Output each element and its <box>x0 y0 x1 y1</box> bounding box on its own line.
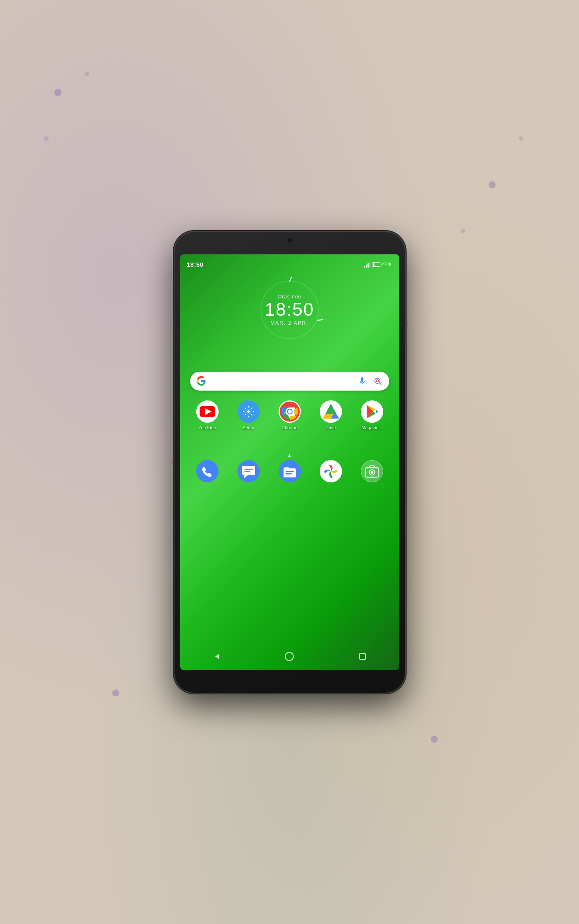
chrome-icon <box>279 400 301 423</box>
microphone-svg <box>358 377 367 386</box>
drive-svg <box>320 400 342 423</box>
playstore-icon <box>361 400 383 423</box>
back-button[interactable] <box>208 648 225 665</box>
camera-svg <box>361 460 383 482</box>
app-drive[interactable]: Drive <box>316 400 346 430</box>
back-icon <box>212 652 221 661</box>
app-chrome[interactable]: Chrome <box>275 400 305 430</box>
svg-rect-35 <box>284 467 289 470</box>
clock-widget: Oraș nou 18:50 MAR. 2 APR. <box>257 277 323 343</box>
svg-rect-38 <box>286 475 291 475</box>
clock-city: Oraș nou <box>265 294 314 300</box>
battery-icon: 27 % <box>372 262 392 268</box>
voice-icon[interactable] <box>356 375 368 387</box>
status-bar: 18:50 27 % <box>180 258 399 271</box>
youtube-svg <box>196 400 219 423</box>
home-circle-icon <box>285 652 294 661</box>
youtube-icon <box>196 400 219 423</box>
settings-icon <box>237 400 260 423</box>
status-icons: 27 % <box>364 262 392 268</box>
app-youtube[interactable]: YouTube <box>193 400 222 430</box>
lens-icon[interactable] <box>372 375 384 387</box>
clock-arc: Oraș nou 18:50 MAR. 2 APR. <box>257 277 323 343</box>
playstore-label: Magazin... <box>361 425 382 430</box>
clock-inner: Oraș nou 18:50 MAR. 2 APR. <box>265 294 314 326</box>
settings-svg <box>237 400 260 423</box>
app-settings[interactable]: Setări <box>234 400 263 430</box>
svg-marker-45 <box>215 654 219 659</box>
clock-time-display: 18:50 <box>265 300 314 319</box>
signal-bar-4 <box>369 262 370 268</box>
app-files[interactable] <box>275 460 305 482</box>
app-photos[interactable] <box>316 460 346 482</box>
signal-bar-3 <box>367 263 369 268</box>
drive-icon <box>320 400 342 423</box>
svg-point-27 <box>196 460 219 482</box>
chrome-label: Chrome <box>281 425 298 430</box>
photos-svg <box>320 460 342 482</box>
apps-row-1: YouTube <box>180 400 399 430</box>
app-messages[interactable] <box>234 460 263 482</box>
messages-icon <box>237 460 260 482</box>
battery-fill <box>373 263 375 266</box>
svg-rect-37 <box>286 473 292 474</box>
phone-screen: 18:50 27 % <box>180 254 399 670</box>
playstore-svg <box>361 400 383 423</box>
app-camera[interactable] <box>357 460 387 482</box>
settings-label: Setări <box>242 425 254 430</box>
phone-svg <box>196 460 219 482</box>
camera-icon <box>361 460 383 482</box>
phone-body: 18:50 27 % <box>174 232 405 693</box>
drive-label: Drive <box>326 425 336 430</box>
front-camera-icon <box>288 238 292 242</box>
svg-point-2 <box>376 379 379 382</box>
lens-svg <box>373 377 382 386</box>
svg-rect-36 <box>286 471 294 472</box>
phone-wrapper: 18:50 27 % <box>174 232 405 693</box>
battery-body <box>372 262 380 267</box>
files-svg <box>279 460 301 482</box>
svg-rect-31 <box>244 469 253 470</box>
chrome-svg <box>279 400 301 423</box>
youtube-label: YouTube <box>198 425 216 430</box>
battery-percent: 27 % <box>381 262 392 268</box>
svg-line-3 <box>379 383 381 384</box>
files-icon <box>279 460 301 482</box>
apps-row-2 <box>180 460 399 482</box>
svg-point-10 <box>247 410 250 413</box>
clock-date: MAR. 2 APR. <box>265 320 314 326</box>
google-g-icon <box>196 376 207 386</box>
app-phone[interactable] <box>193 460 222 482</box>
svg-point-43 <box>370 471 373 474</box>
app-playstore[interactable]: Magazin... <box>357 400 387 430</box>
recents-square-icon <box>359 653 366 660</box>
photos-icon <box>320 460 342 482</box>
status-time: 18:50 <box>187 261 204 268</box>
svg-rect-32 <box>244 471 250 472</box>
signal-icon <box>364 262 370 268</box>
svg-rect-29 <box>242 466 255 475</box>
google-search-bar[interactable] <box>190 372 389 391</box>
navigation-bar <box>180 646 399 667</box>
messages-svg <box>237 460 260 482</box>
recents-button[interactable] <box>354 648 371 665</box>
svg-point-15 <box>288 410 292 414</box>
arrow-up-icon: ▲ <box>287 452 293 459</box>
signal-bar-2 <box>366 265 367 268</box>
phone-call-icon <box>196 460 219 482</box>
signal-bar-1 <box>364 266 365 268</box>
home-button[interactable] <box>281 648 298 665</box>
